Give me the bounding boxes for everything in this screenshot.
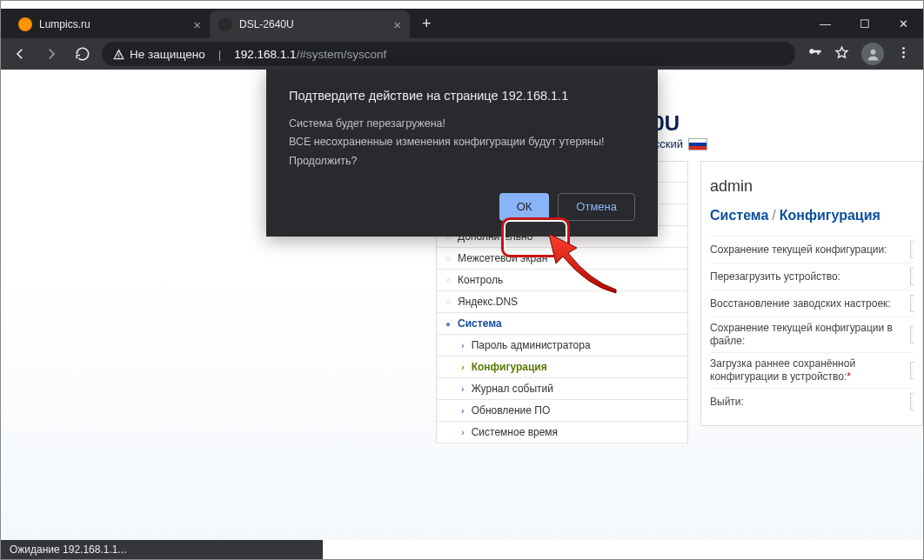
toolbar: Не защищено | 192.168.1.1/#system/syscon… — [1, 38, 923, 70]
nav-sub-log[interactable]: ›Журнал событий — [437, 378, 687, 400]
nav-sub-time[interactable]: ›Системное время — [437, 422, 687, 443]
key-icon[interactable] — [807, 45, 822, 63]
save-button[interactable] — [910, 241, 914, 258]
close-window-button[interactable]: ✕ — [884, 9, 923, 38]
admin-label: admin — [710, 169, 914, 208]
new-tab-button[interactable]: + — [410, 15, 444, 33]
save-file-button[interactable] — [910, 326, 914, 343]
confirm-dialog: Подтвердите действие на странице 192.168… — [266, 70, 658, 237]
load-button[interactable] — [910, 362, 914, 379]
nav-control[interactable]: ○Контроль — [437, 270, 687, 291]
address-bar[interactable]: Не защищено | 192.168.1.1/#system/syscon… — [102, 42, 795, 66]
opt-load: Загрузка раннее сохранённой конфигурации… — [710, 352, 914, 388]
maximize-button[interactable]: ☐ — [845, 9, 884, 38]
star-icon[interactable] — [834, 45, 849, 63]
cancel-button[interactable]: Отмена — [558, 193, 635, 221]
flag-ru-icon — [688, 138, 707, 150]
ok-button[interactable]: ОК — [499, 193, 550, 221]
opt-save-file: Сохранение текущей конфигурации в файле: — [710, 317, 914, 352]
opt-logout: Выйти: — [710, 388, 914, 415]
reboot-button[interactable] — [910, 268, 914, 285]
svg-point-1 — [902, 47, 905, 50]
dialog-body: Система будет перезагружена! ВСЕ несохра… — [289, 115, 635, 170]
favicon-dsl — [218, 17, 232, 31]
factory-button[interactable] — [910, 295, 914, 312]
window-controls: — ☐ ✕ — [806, 9, 923, 38]
tab-lumpics[interactable]: Lumpics.ru × — [10, 10, 210, 38]
svg-point-2 — [902, 51, 905, 54]
status-bar: Ожидание 192.168.1.1... — [1, 540, 323, 559]
dialog-title: Подтвердите действие на странице 192.168… — [289, 89, 635, 103]
nav-system[interactable]: ●Система — [437, 313, 687, 335]
logout-button[interactable] — [910, 393, 914, 410]
forward-button[interactable] — [39, 42, 64, 66]
menu-button[interactable] — [896, 45, 911, 63]
tab-strip: Lumpics.ru × DSL-2640U × + — [1, 9, 923, 38]
not-secure-warning: Не защищено — [112, 48, 205, 61]
reload-button[interactable] — [70, 42, 95, 66]
tab-title: Lumpics.ru — [39, 18, 90, 30]
tab-dsl[interactable]: DSL-2640U × — [210, 10, 410, 38]
opt-factory: Восстановление заводских настроек: — [710, 290, 914, 317]
opt-save: Сохранение текущей конфигурации: — [710, 236, 914, 263]
breadcrumb: Система/Конфигурация — [710, 208, 914, 236]
nav-sub-config[interactable]: ›Конфигурация — [437, 357, 687, 378]
close-icon[interactable]: × — [193, 17, 201, 32]
url-text: 192.168.1.1/#system/sysconf — [234, 48, 386, 61]
back-button[interactable] — [8, 42, 32, 66]
favicon-lumpics — [18, 17, 32, 31]
svg-point-0 — [870, 49, 875, 54]
nav-firewall[interactable]: ○Межсетевой экран — [437, 248, 687, 270]
nav-sub-update[interactable]: ›Обновление ПО — [437, 400, 687, 422]
nav-sub-password[interactable]: ›Пароль администратора — [437, 335, 687, 357]
tab-title: DSL-2640U — [239, 18, 294, 30]
minimize-button[interactable]: — — [806, 9, 845, 38]
opt-reboot: Перезагрузить устройство: — [710, 263, 914, 290]
close-icon[interactable]: × — [393, 17, 401, 32]
profile-avatar[interactable] — [861, 43, 884, 65]
nav-yandex[interactable]: ○Яндекс.DNS — [437, 291, 687, 313]
svg-point-3 — [902, 56, 905, 58]
config-panel: admin Система/Конфигурация Сохранение те… — [700, 161, 923, 426]
